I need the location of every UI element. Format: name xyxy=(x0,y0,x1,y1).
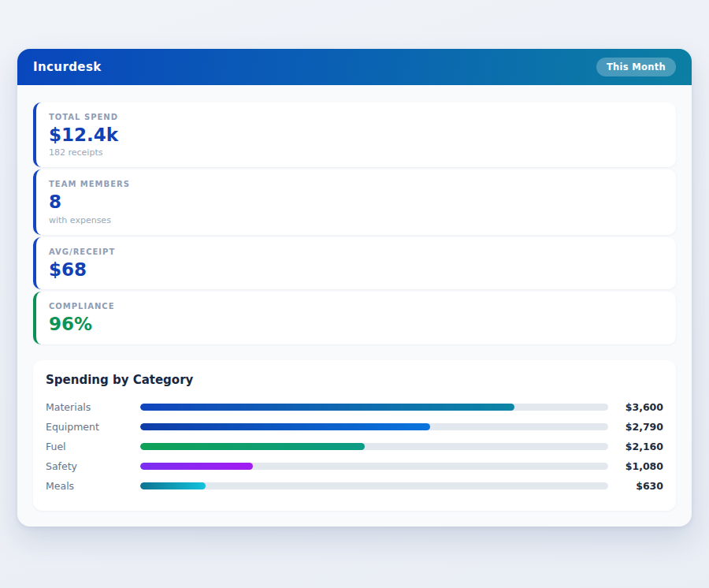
stat-card-avg-receipt: AVG/RECEIPT $68 xyxy=(33,237,676,289)
category-label: Equipment xyxy=(46,421,140,433)
category-row-safety: Safety $1,080 xyxy=(46,456,663,476)
category-label: Meals xyxy=(46,480,140,492)
category-value: $3,600 xyxy=(614,401,663,413)
category-bar-track xyxy=(140,463,608,470)
app-body: TOTAL SPEND $12.4k 182 receipts TEAM MEM… xyxy=(17,85,692,527)
app-header: Incurdesk This Month xyxy=(17,49,692,85)
stat-sub: with expenses xyxy=(49,215,663,225)
page-background: { "header": { "title": "Incurdesk", "bad… xyxy=(0,0,709,588)
category-bar-track xyxy=(140,443,608,450)
chart-title: Spending by Category xyxy=(46,373,663,387)
category-bar-fill xyxy=(140,482,206,489)
category-row-equipment: Equipment $2,790 xyxy=(46,417,663,437)
stat-card-total-spend: TOTAL SPEND $12.4k 182 receipts xyxy=(33,102,676,167)
category-label: Materials xyxy=(46,401,140,413)
category-value: $2,790 xyxy=(614,421,663,433)
spending-by-category-card: Spending by Category Materials $3,600 Eq… xyxy=(33,360,676,511)
app-title: Incurdesk xyxy=(33,60,102,74)
category-row-fuel: Fuel $2,160 xyxy=(46,437,663,456)
stat-label: TEAM MEMBERS xyxy=(49,180,663,188)
dashboard-panel: Incurdesk This Month TOTAL SPEND $12.4k … xyxy=(17,49,692,527)
stat-card-team-members: TEAM MEMBERS 8 with expenses xyxy=(33,169,676,234)
stat-value: $12.4k xyxy=(49,125,663,145)
stat-label: AVG/RECEIPT xyxy=(49,247,663,256)
category-bar-fill xyxy=(140,443,365,450)
stat-card-compliance: COMPLIANCE 96% xyxy=(33,292,676,344)
category-value: $630 xyxy=(614,480,663,492)
stat-label: COMPLIANCE xyxy=(49,302,663,311)
category-row-materials: Materials $3,600 xyxy=(46,397,663,417)
period-badge[interactable]: This Month xyxy=(596,58,676,76)
category-bar-track xyxy=(140,482,608,489)
stat-value: $68 xyxy=(49,259,663,280)
category-bar-fill xyxy=(140,463,253,470)
category-value: $1,080 xyxy=(614,460,663,472)
stat-value: 8 xyxy=(49,192,663,212)
category-row-meals: Meals $630 xyxy=(46,476,663,496)
category-bar-fill xyxy=(140,404,514,411)
category-bar-fill xyxy=(140,423,430,430)
category-bar-track xyxy=(140,423,608,430)
category-bar-track xyxy=(140,404,608,411)
stat-sub: 182 receipts xyxy=(49,147,663,158)
category-label: Fuel xyxy=(46,441,140,452)
category-value: $2,160 xyxy=(614,441,663,452)
stat-value: 96% xyxy=(49,314,663,334)
category-label: Safety xyxy=(46,460,140,472)
stat-label: TOTAL SPEND xyxy=(49,113,663,121)
